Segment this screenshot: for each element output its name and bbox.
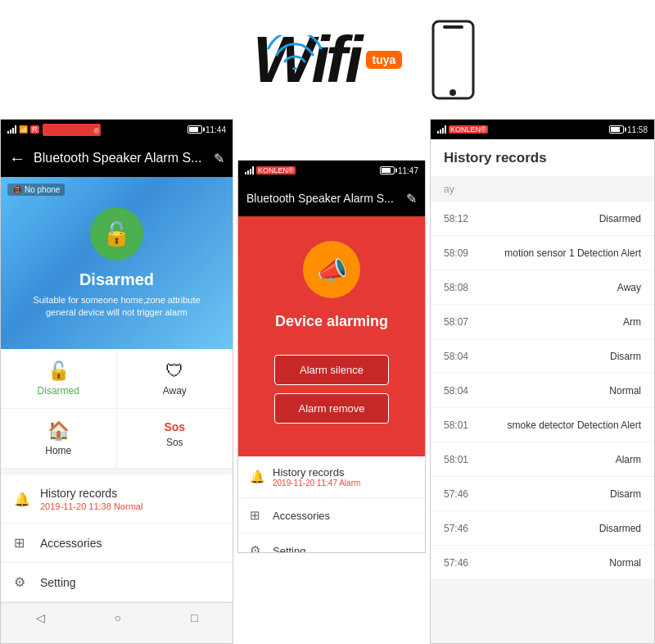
middle-history-content: History records 2019-11-20 11:47 Alarm	[273, 466, 360, 488]
left-mode-away[interactable]: 🛡 Away	[117, 349, 233, 409]
middle-battery	[380, 166, 395, 175]
history-event-5: Normal	[489, 385, 641, 397]
left-disarmed-title: Disarmed	[79, 270, 154, 289]
home-icon: 🏠	[47, 420, 70, 442]
wifi-fi-label: fi	[326, 27, 361, 93]
history-row-4: 58:04 Disarm	[431, 339, 654, 374]
svg-point-2	[449, 89, 456, 96]
history-event-6: smoke detector Detection Alert	[489, 420, 641, 431]
left-accessories-title: Accessories	[40, 537, 219, 550]
left-setting-title: Setting	[40, 576, 219, 589]
setting-icon: ⚙	[14, 574, 30, 590]
screen-right: KONLEN® 11:58 History records ay 58:12 D…	[430, 119, 655, 644]
disarmed-icon: 🔓	[47, 361, 70, 382]
left-konlen: KONLEN	[44, 124, 94, 136]
wifi-signal-icon	[266, 35, 323, 76]
right-status-bar: KONLEN® 11:58	[431, 120, 654, 139]
middle-edit-icon[interactable]: ✎	[406, 191, 417, 206]
left-reg: ®	[93, 127, 99, 135]
history-icon: 🔔	[14, 492, 30, 507]
middle-history-title: History records	[273, 466, 360, 478]
history-time-4: 58:04	[444, 351, 489, 362]
history-time-0: 58:12	[444, 213, 489, 224]
history-row-0: 58:12 Disarmed	[431, 202, 654, 236]
left-status-right: 11:44	[187, 125, 226, 134]
left-menu-section: 🔔 History records 2019-11-20 11:38 Norma…	[1, 475, 233, 602]
alarm-silence-button[interactable]: Alarm silence	[274, 355, 389, 385]
left-mode-disarmed[interactable]: 🔓 Disarmed	[1, 349, 117, 409]
right-brand-badge: KONLEN®	[449, 125, 488, 134]
middle-menu-history[interactable]: 🔔 History records 2019-11-20 11:47 Alarm	[238, 456, 425, 498]
middle-status-left: KONLEN®	[245, 166, 296, 175]
left-bottom-nav: ◁ ○ □	[1, 602, 233, 632]
history-row-3: 58:07 Arm	[431, 305, 654, 339]
left-menu-setting[interactable]: ⚙ Setting	[1, 563, 233, 602]
left-battery	[187, 125, 202, 134]
alarm-text: Device alarming	[275, 313, 388, 330]
screen-middle: KONLEN® 11:47 Bluetooth Speaker Alarm S.…	[237, 160, 426, 553]
left-status-bar: 📶 R KONLEN® 11:44	[1, 120, 233, 139]
middle-menu: 🔔 History records 2019-11-20 11:47 Alarm…	[238, 456, 425, 553]
history-event-7: Alarm	[489, 454, 641, 465]
middle-history-subtitle: 2019-11-20 11:47 Alarm	[273, 478, 360, 488]
away-icon: 🛡	[165, 361, 183, 382]
middle-app-header: Bluetooth Speaker Alarm S... ✎	[238, 180, 425, 216]
history-event-3: Arm	[489, 316, 641, 328]
left-time: 11:44	[206, 125, 226, 134]
history-time-8: 57:46	[444, 488, 489, 500]
history-time-10: 57:46	[444, 557, 489, 569]
history-row-8: 57:46 Disarm	[431, 477, 654, 511]
svg-rect-1	[443, 25, 463, 29]
left-back-button[interactable]: ←	[9, 149, 25, 168]
left-wifi-indicator: 📶	[19, 125, 28, 134]
left-edit-icon[interactable]: ✎	[214, 151, 224, 166]
history-row-7: 58:01 Alarm	[431, 442, 654, 477]
wifi-logo: Wi fi tuya	[253, 27, 403, 93]
history-event-10: Normal	[489, 557, 641, 569]
history-event-2: Away	[489, 282, 641, 293]
left-disarmed-desc: Suitable for someone home,zone attribute…	[1, 294, 233, 320]
left-menu-history[interactable]: 🔔 History records 2019-11-20 11:38 Norma…	[1, 475, 233, 524]
middle-accessories-title: Accessories	[273, 510, 413, 522]
left-signal	[7, 125, 16, 134]
middle-menu-accessories[interactable]: ⊞ Accessories	[238, 498, 425, 533]
screen-left: 📶 R KONLEN® 11:44 ← Bluetooth Speaker Al…	[0, 119, 233, 644]
right-title-bar: History records	[431, 139, 654, 177]
left-history-title: History records	[40, 487, 219, 500]
left-nav-recent[interactable]: □	[191, 611, 197, 624]
right-battery	[609, 125, 624, 134]
left-nav-back[interactable]: ◁	[36, 611, 45, 624]
left-brand: KONLEN®	[43, 124, 102, 136]
history-event-8: Disarm	[489, 488, 641, 500]
lock-icon: 🔓	[102, 220, 131, 247]
left-mode-home[interactable]: 🏠 Home	[1, 409, 117, 468]
right-time: 11:58	[627, 125, 648, 134]
middle-menu-setting[interactable]: ⚙ Setting	[238, 533, 425, 553]
middle-alarm-content: 📣 Device alarming Alarm silence Alarm re…	[238, 216, 425, 456]
alarm-remove-button[interactable]: Alarm remove	[274, 393, 389, 424]
history-time-6: 58:01	[444, 420, 489, 431]
left-menu-accessories[interactable]: ⊞ Accessories	[1, 524, 233, 563]
left-mode-sos[interactable]: Sos Sos	[117, 409, 233, 468]
history-row-6: 58:01 smoke detector Detection Alert	[431, 408, 654, 442]
alarm-wave-icon: 📣	[317, 256, 347, 284]
no-phone-icon: 📵	[12, 185, 22, 194]
sos-label: Sos	[166, 437, 183, 448]
history-row-9: 57:46 Disarmed	[431, 511, 654, 546]
left-icons: R	[30, 125, 39, 134]
left-status-area: 📵 No phone 🔓 Disarmed Suitable for someo…	[1, 177, 233, 349]
middle-accessories-icon: ⊞	[250, 508, 264, 523]
middle-app-title: Bluetooth Speaker Alarm S...	[246, 192, 400, 205]
left-accessories-content: Accessories	[40, 537, 219, 550]
sos-icon: Sos	[164, 420, 185, 433]
history-event-9: Disarmed	[489, 523, 641, 534]
left-mode-grid: 🔓 Disarmed 🛡 Away 🏠 Home Sos Sos	[1, 349, 233, 469]
middle-time: 11:47	[398, 166, 418, 175]
history-row-5: 58:04 Normal	[431, 374, 654, 408]
middle-status-right: 11:47	[380, 166, 418, 175]
left-nav-home[interactable]: ○	[115, 611, 121, 624]
middle-status-bar: KONLEN® 11:47	[238, 161, 425, 180]
disarmed-label: Disarmed	[38, 385, 79, 397]
right-status-right: 11:58	[609, 125, 648, 134]
history-time-7: 58:01	[444, 454, 489, 465]
